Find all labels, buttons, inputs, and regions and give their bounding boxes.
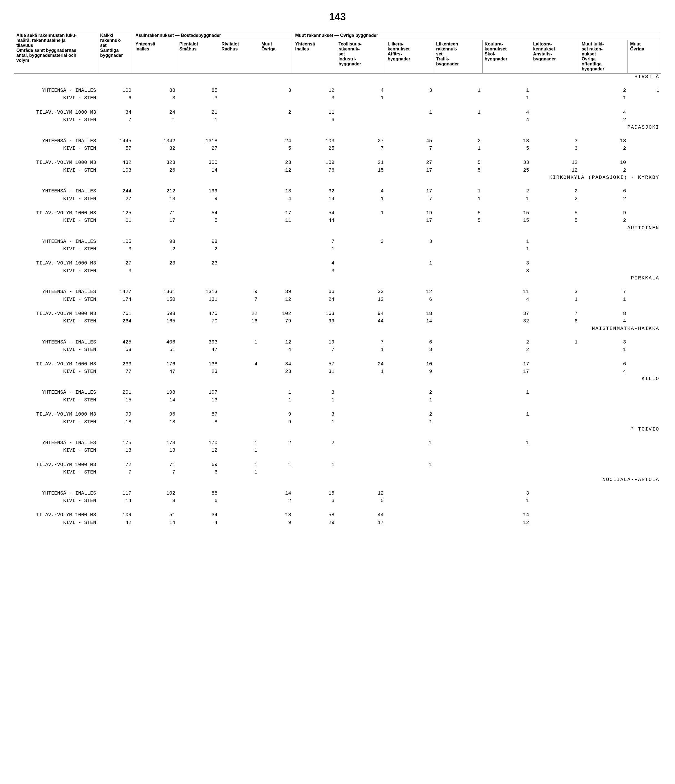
data-cell: 27	[177, 145, 219, 152]
data-cell: 3	[482, 267, 531, 275]
data-cell: 1427	[98, 288, 133, 296]
data-cell: 102	[259, 310, 293, 317]
data-cell: 39	[259, 288, 293, 296]
row-label: KIVI - STEN	[14, 397, 98, 404]
data-cell: 16	[219, 317, 259, 325]
data-cell: 103	[293, 137, 336, 145]
data-cell	[259, 468, 293, 476]
data-cell	[628, 339, 661, 346]
data-cell: 6	[385, 296, 434, 303]
data-cell: 23	[177, 368, 219, 375]
data-cell	[219, 368, 259, 375]
data-cell: 1	[219, 446, 259, 454]
data-cell: 88	[177, 490, 219, 497]
data-cell	[219, 166, 259, 174]
data-cell	[628, 217, 661, 224]
data-cell: 1	[219, 468, 259, 476]
data-cell: 5	[531, 209, 579, 217]
data-cell: 58	[98, 346, 133, 353]
data-cell: 15	[482, 209, 531, 217]
data-cell: 12	[259, 339, 293, 346]
data-cell: 54	[293, 209, 336, 217]
data-cell	[628, 519, 661, 526]
data-cell: 109	[98, 511, 133, 519]
data-cell: 3	[579, 339, 628, 346]
data-cell	[579, 238, 628, 245]
data-cell: 13	[482, 137, 531, 145]
data-cell	[628, 468, 661, 476]
data-cell	[385, 116, 434, 124]
data-cell	[434, 411, 482, 418]
data-cell	[259, 446, 293, 454]
data-cell	[434, 461, 482, 468]
data-cell	[531, 446, 579, 454]
data-cell	[336, 260, 385, 267]
col-commercial: Liikera- kennukset Affärs- byggnader	[385, 40, 434, 73]
data-cell: 117	[98, 490, 133, 497]
row-label: YHTEENSÄ - INALLES	[14, 389, 98, 396]
data-cell: 1	[336, 368, 385, 375]
data-cell	[579, 497, 628, 504]
data-cell: 44	[336, 511, 385, 519]
col-institution: Laitosra- kennukset Anstalts- byggnader	[531, 40, 579, 73]
data-cell	[434, 389, 482, 396]
data-cell	[385, 446, 434, 454]
data-cell	[531, 490, 579, 497]
data-cell: 3	[531, 288, 579, 296]
data-cell: 1	[434, 87, 482, 94]
data-cell: 12	[482, 519, 531, 526]
row-label: KIVI - STEN	[14, 418, 98, 426]
data-cell	[385, 267, 434, 275]
col-rowhouse: Rivitalot Radhus	[219, 40, 259, 73]
data-cell: 4	[336, 87, 385, 94]
data-cell	[628, 346, 661, 353]
data-cell	[434, 418, 482, 426]
data-cell	[259, 94, 293, 102]
data-cell	[482, 468, 531, 476]
data-cell: 1	[482, 497, 531, 504]
data-cell: 44	[293, 217, 336, 224]
data-cell: 198	[133, 389, 177, 396]
data-cell: 1	[482, 245, 531, 253]
data-cell	[219, 346, 259, 353]
data-cell	[219, 87, 259, 94]
data-cell	[531, 439, 579, 446]
data-cell: 109	[293, 159, 336, 166]
row-label: YHTEENSÄ - INALLES	[14, 439, 98, 446]
data-cell	[219, 260, 259, 267]
data-cell: 1	[293, 461, 336, 468]
data-cell: 11	[293, 109, 336, 116]
data-cell: 7	[219, 296, 259, 303]
data-cell: 9	[259, 519, 293, 526]
data-cell	[434, 397, 482, 404]
data-cell: 4	[579, 368, 628, 375]
data-cell	[336, 418, 385, 426]
data-cell: 12	[336, 490, 385, 497]
data-cell	[628, 109, 661, 116]
data-cell: 1	[434, 187, 482, 195]
data-cell: 1445	[98, 137, 133, 145]
data-cell: 61	[98, 217, 133, 224]
data-cell: 3	[98, 267, 133, 275]
data-cell: 138	[177, 360, 219, 368]
data-cell: 10	[385, 360, 434, 368]
data-cell	[219, 511, 259, 519]
data-cell: 150	[133, 296, 177, 303]
data-cell	[531, 245, 579, 253]
data-cell: 4	[482, 296, 531, 303]
data-cell: 7	[336, 339, 385, 346]
data-cell	[531, 511, 579, 519]
data-cell	[336, 389, 385, 396]
data-cell: 9	[219, 288, 259, 296]
data-cell: 44	[336, 317, 385, 325]
data-cell: 5	[531, 217, 579, 224]
row-label: KIVI - STEN	[14, 497, 98, 504]
data-cell	[336, 109, 385, 116]
data-cell: 4	[259, 195, 293, 203]
data-cell: 14	[177, 166, 219, 174]
data-cell: 4	[579, 317, 628, 325]
data-cell: 102	[133, 490, 177, 497]
data-cell	[219, 195, 259, 203]
data-cell: 1	[385, 461, 434, 468]
data-cell	[628, 137, 661, 145]
